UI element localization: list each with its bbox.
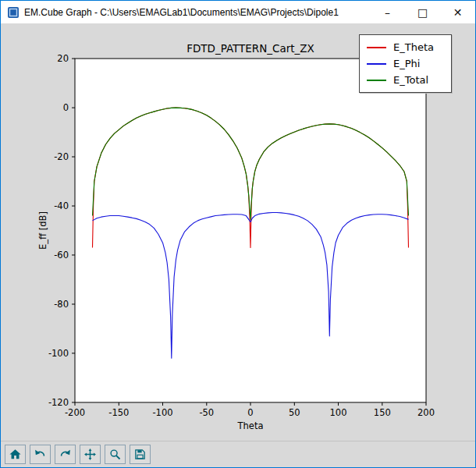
- legend-line-sample: [367, 80, 386, 81]
- titlebar[interactable]: EM.Cube Graph - C:\Users\EMAGLab1\Docume…: [1, 1, 475, 23]
- pan-button[interactable]: [80, 445, 101, 464]
- svg-text:-150: -150: [108, 407, 129, 418]
- svg-text:20: 20: [57, 53, 69, 64]
- window: EM.Cube Graph - C:\Users\EMAGLab1\Docume…: [0, 0, 476, 468]
- back-button[interactable]: [30, 445, 51, 464]
- svg-text:150: 150: [374, 407, 391, 418]
- legend: E_ThetaE_PhiE_Total: [359, 34, 452, 93]
- svg-text:-100: -100: [152, 407, 172, 418]
- svg-text:E_ff [dB]: E_ff [dB]: [37, 211, 48, 250]
- svg-text:-80: -80: [54, 299, 69, 310]
- svg-text:200: 200: [417, 407, 435, 418]
- zoom-icon: [108, 448, 122, 461]
- home-icon: [9, 448, 22, 461]
- forward-button[interactable]: [55, 445, 76, 464]
- svg-text:-120: -120: [48, 397, 69, 408]
- svg-text:-200: -200: [65, 407, 85, 418]
- svg-text:0: 0: [247, 407, 253, 418]
- window-controls: – □ ✕: [370, 1, 475, 23]
- plot-toolbar: [1, 441, 475, 467]
- legend-line-sample: [367, 47, 386, 48]
- maximize-button[interactable]: □: [405, 1, 440, 23]
- zoom-button[interactable]: [105, 445, 126, 464]
- svg-text:FDTD_PATTERN_Cart_ZX: FDTD_PATTERN_Cart_ZX: [186, 42, 314, 55]
- svg-text:-100: -100: [48, 348, 69, 359]
- home-button[interactable]: [5, 445, 26, 464]
- svg-text:50: 50: [289, 407, 300, 418]
- svg-text:-60: -60: [54, 250, 69, 261]
- svg-text:100: 100: [330, 407, 347, 418]
- svg-text:0: 0: [63, 102, 69, 113]
- pan-icon: [83, 448, 97, 461]
- legend-label: E_Total: [393, 74, 428, 86]
- app-icon: [7, 6, 20, 19]
- figure-canvas[interactable]: -200-150-100-50050100150200200-20-40-60-…: [1, 23, 475, 441]
- forward-icon: [59, 448, 72, 461]
- legend-item: E_Phi: [367, 55, 445, 72]
- legend-item: E_Total: [367, 72, 445, 88]
- svg-text:Theta: Theta: [237, 420, 264, 431]
- legend-item: E_Theta: [367, 39, 445, 55]
- svg-text:-40: -40: [54, 200, 69, 211]
- save-button[interactable]: [130, 445, 151, 464]
- svg-text:-20: -20: [54, 151, 69, 162]
- save-icon: [133, 448, 147, 461]
- minimize-button[interactable]: –: [370, 1, 405, 23]
- legend-label: E_Phi: [393, 58, 420, 69]
- svg-text:-50: -50: [199, 407, 214, 418]
- window-title: EM.Cube Graph - C:\Users\EMAGLab1\Docume…: [24, 7, 370, 18]
- close-button[interactable]: ✕: [440, 1, 475, 23]
- legend-label: E_Theta: [393, 41, 434, 53]
- back-icon: [34, 448, 47, 461]
- legend-line-sample: [367, 63, 386, 65]
